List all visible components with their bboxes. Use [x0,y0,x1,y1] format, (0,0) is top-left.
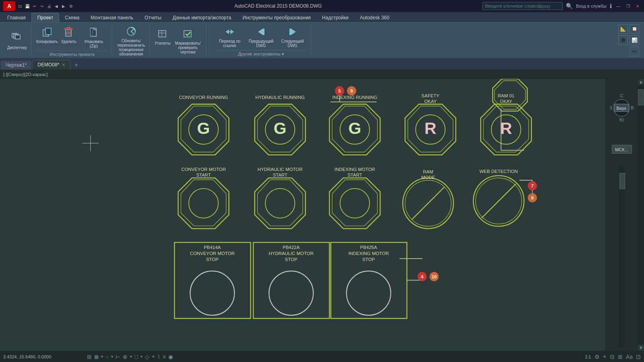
next-dwg-button[interactable]: Следующий DWG [278,24,308,49]
scroll-up-btn[interactable]: ▲ [638,79,644,85]
status-snap-dropdown[interactable]: ▾ [111,354,113,359]
svg-point-77 [403,178,454,228]
quick-access-save[interactable]: 💾 [24,3,31,9]
minimize-button[interactable]: — [615,3,621,9]
tab-reports[interactable]: Отчеты [139,13,167,22]
quick-access-redo[interactable]: ↪ [39,3,45,9]
view-icon-4[interactable]: 📊 [630,35,639,45]
svg-point-83 [476,178,522,224]
tab-schema[interactable]: Схема [59,13,85,22]
drawing-header: [-][Сверху][2D-каркас] [0,70,644,79]
status-dyn-icon[interactable]: ⌇ [157,354,160,360]
status-grid-btn[interactable]: ▦ [94,354,99,360]
quick-access-open[interactable]: 🗀 [17,3,23,9]
status-dynucs-icon[interactable]: ⌖ [152,353,155,360]
delete-button[interactable]: Удалить [60,24,77,49]
doc-tab-drawing1[interactable]: Чертеж1* [1,61,31,70]
tab-panel[interactable]: Монтажная панель [85,13,139,22]
goto-link-label: Переход по ссылке [216,39,244,48]
svg-point-108 [417,272,427,281]
svg-marker-18 [231,29,234,34]
tab-project[interactable]: Проект [31,13,60,22]
drawing-canvas[interactable]: G CONVEYOR RUNNING G HYDRAULIC RUNNING G… [0,79,605,351]
msk-button[interactable]: МСК... [612,145,632,154]
quick-access-nav-back[interactable]: ◀ [53,3,60,9]
goto-link-button[interactable]: Переход по ссылке [215,24,245,49]
status-layout-icon[interactable]: ⊟ [610,354,615,360]
quick-access-print[interactable]: 🖨 [46,3,52,9]
status-osnap-icon[interactable]: □ [134,354,138,360]
compass-widget[interactable]: Верх [613,99,630,117]
add-tab-button[interactable]: + [71,60,81,70]
status-lweight-icon[interactable]: ≡ [163,354,166,360]
doc-tab-demo08-close[interactable]: ✕ [62,62,65,68]
quick-access-extra[interactable]: ⚙ [68,3,74,9]
tab-addons[interactable]: Надстройки [316,13,354,22]
status-viewport-icon[interactable]: ⊞ [618,354,623,360]
markup-button[interactable]: Маркировать/проверить чертежи [173,26,203,55]
update-icon [124,24,138,39]
svg-point-96 [190,271,234,315]
close-button[interactable]: ✕ [634,3,641,9]
svg-text:START: START [273,173,287,177]
status-annot-icon[interactable]: Aa [626,354,633,360]
view-icon-3[interactable]: ⚙ [618,35,628,45]
svg-text:CONVEYOR  MOTOR: CONVEYOR MOTOR [181,167,226,172]
view-icon-2[interactable]: 🔲 [630,24,639,34]
status-settings-icon[interactable]: ⚙ [594,354,600,360]
svg-marker-73 [332,180,377,226]
status-polar-dropdown[interactable]: ▾ [130,354,132,359]
delete-icon [62,25,76,39]
autocad-logo: A [3,1,15,11]
utilities-button[interactable]: Утилиты [154,26,171,55]
svg-rect-97 [253,243,329,319]
scroll-down-btn[interactable]: ▼ [638,344,644,351]
status-polar-icon[interactable]: ⊕ [123,354,128,360]
status-osnap-dropdown[interactable]: ▾ [140,354,142,359]
tab-transform[interactable]: Инструменты преобразования [237,13,317,22]
dispatcher-icon [10,31,24,45]
svg-line-79 [412,187,444,219]
quick-access-nav-fwd[interactable]: ▶ [60,3,67,9]
status-ortho-icon[interactable]: ⊢ [116,354,120,360]
svg-line-84 [482,184,516,218]
status-coordinates: 3.4324, 15.6480, 0.0000 [3,354,84,359]
svg-text:PB425A: PB425A [360,245,377,250]
tab-autodesk360[interactable]: Autodesk 360 [354,13,395,22]
doc-tab-demo08[interactable]: DEMO08* ✕ [32,60,70,70]
markup-icon [181,27,195,41]
view-icon-5[interactable]: ⋯ [630,47,639,56]
restore-button[interactable]: ❐ [625,3,631,9]
right-scroll-bar[interactable] [619,173,625,189]
svg-text:G: G [274,119,287,138]
svg-marker-50 [405,104,456,155]
svg-rect-21 [263,29,264,35]
status-snap-icon[interactable]: ○ [105,354,109,360]
svg-rect-92 [174,243,250,319]
svg-text:G: G [197,119,210,138]
status-qp-icon[interactable]: ◉ [168,354,173,360]
svg-text:9: 9 [531,195,533,200]
copy-button[interactable]: Копировать [35,24,59,49]
search-icon[interactable]: 🔍 [566,3,573,9]
scroll-thumb[interactable] [638,89,644,105]
status-3dosnap-icon[interactable]: ◇ [145,354,149,360]
info-icon[interactable]: ℹ [610,3,612,9]
far-right-scroll: ▲ ▼ [638,79,644,351]
status-workspace-icon[interactable]: ⊡ [636,354,641,360]
tab-import-export[interactable]: Данные импорта/экспорта [167,13,237,22]
dispatcher-button[interactable]: Диспетчер [6,30,28,51]
status-plus-icon[interactable]: + [603,353,607,360]
status-grid-icon[interactable]: ⊞ [87,354,92,360]
view-icon-1[interactable]: 📐 [618,24,628,34]
zip-button[interactable]: Упаковать (Zip) [79,24,109,49]
search-input[interactable] [482,2,563,10]
tab-home[interactable]: Главная [2,13,31,22]
compass-btn[interactable]: Верх [614,104,629,112]
prev-dwg-button[interactable]: Предыдущий DWG [246,24,276,49]
ribbon-group-utilities: Утилиты Маркировать/проверить чертежи [151,24,206,56]
status-grid-dropdown[interactable]: ▾ [101,354,103,359]
update-button[interactable]: Обновить/переназначить позиционные обозн… [116,23,146,57]
user-login[interactable]: Вход в службы [576,4,607,8]
quick-access-undo[interactable]: ↩ [31,3,38,9]
